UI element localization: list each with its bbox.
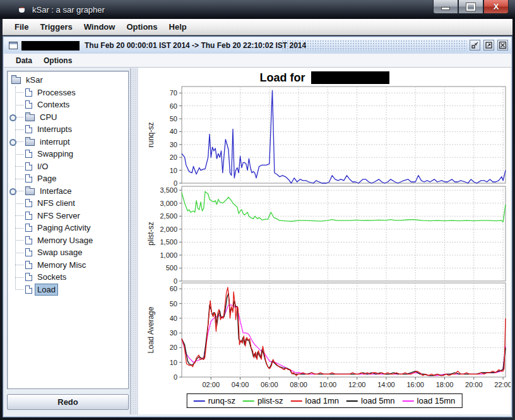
tree-item-memory-usage[interactable]: Memory Usage <box>8 234 128 247</box>
tree-item-label: NFS client <box>35 198 77 208</box>
tree-item-page[interactable]: Page <box>8 172 128 185</box>
file-icon <box>25 273 32 281</box>
legend-label: load 1mn <box>305 396 339 405</box>
frame-title: Thu Feb 20 00:00:01 IST 2014 -> Thu Feb … <box>85 41 306 50</box>
frame-maximize-icon <box>485 41 493 49</box>
folder-icon <box>11 77 21 84</box>
y-tick-label: 1,500 <box>160 238 177 246</box>
tree-item-interface[interactable]: Interface <box>8 185 128 198</box>
tree-item-swap-usage[interactable]: Swap usage <box>8 246 128 259</box>
frame-window-icon <box>9 42 18 49</box>
y-tick-label: 50 <box>170 300 177 308</box>
menu-item-file[interactable]: File <box>9 20 34 33</box>
frame-titlebar[interactable]: Thu Feb 20 00:00:01 IST 2014 -> Thu Feb … <box>4 37 511 54</box>
redacted-hostname <box>21 41 80 51</box>
legend-item-plist-sz: plist-sz <box>243 396 283 405</box>
frame-controls <box>470 40 508 51</box>
tree-item-paging-activity[interactable]: Paging Activity <box>8 222 128 234</box>
file-icon <box>25 261 32 269</box>
file-icon <box>25 88 32 97</box>
chart-legend: runq-szplist-szload 1mnload 5mnload 15mn <box>187 393 463 408</box>
window-titlebar[interactable]: kSar : a sar grapher X <box>0 0 515 19</box>
tree-item-cpu[interactable]: CPU <box>8 111 128 124</box>
expand-handle-icon[interactable] <box>9 139 16 146</box>
tree-item-processes[interactable]: Processes <box>8 87 128 99</box>
frame-menu-item-data[interactable]: Data <box>10 55 38 66</box>
tree-item-ksar[interactable]: kSar <box>8 74 128 87</box>
legend-item-runq-sz: runq-sz <box>194 396 235 405</box>
file-icon <box>25 199 32 207</box>
tree-item-nfs-client[interactable]: NFS client <box>8 197 128 210</box>
y-tick-label: 0 <box>174 373 177 381</box>
frame-close-button[interactable] <box>497 40 508 51</box>
tree-item-interrupt[interactable]: interrupt <box>8 136 128 148</box>
legend-item-load-1mn: load 1mn <box>291 396 339 405</box>
tree-item-label: Memory Misc <box>35 260 88 270</box>
file-icon <box>25 248 32 256</box>
tree-item-label: kSar <box>24 75 45 85</box>
frame-iconify-button[interactable] <box>470 40 480 51</box>
x-tick-label: 02:00 <box>203 381 220 388</box>
tree-item-label: Memory Usage <box>35 235 95 246</box>
tree-item-sockets[interactable]: Sockets <box>8 271 128 284</box>
tree-item-label: Swapping <box>35 148 75 159</box>
y-tick-label: 30 <box>170 141 177 148</box>
tree-item-label: Paging Activity <box>35 222 93 233</box>
tree-item-label: Sockets <box>35 272 68 282</box>
tree-item-load[interactable]: Load <box>8 284 128 296</box>
split-divider[interactable] <box>130 68 139 414</box>
titlebar-texture <box>281 40 467 51</box>
file-icon <box>25 100 32 109</box>
menu-bar: FileTriggersWindowOptionsHelp <box>3 19 512 35</box>
y-tick-label: 2,000 <box>160 225 177 233</box>
x-tick-label: 12:00 <box>348 381 366 388</box>
legend-label: plist-sz <box>258 396 283 405</box>
folder-icon <box>25 114 35 121</box>
frame-menu-item-options[interactable]: Options <box>38 55 78 66</box>
file-icon <box>25 224 32 232</box>
x-tick-label: 22:00 <box>494 381 511 388</box>
file-icon <box>25 285 32 294</box>
y-tick-label: 70 <box>170 89 177 97</box>
file-icon <box>25 125 32 133</box>
x-tick-label: 10:00 <box>319 381 337 388</box>
app-window: kSar : a sar grapher X FileTriggersWindo… <box>0 0 515 420</box>
menu-item-help[interactable]: Help <box>163 20 192 33</box>
tree-item-interrupts[interactable]: Interrupts <box>8 123 128 136</box>
y-tick-label: 40 <box>170 315 177 322</box>
tree-item-label: Interrupts <box>35 124 74 135</box>
folder-icon <box>25 188 35 195</box>
tree-item-label: Page <box>35 173 58 184</box>
tree-item-nfs-server[interactable]: NFS Server <box>8 210 128 222</box>
close-button[interactable]: X <box>483 0 509 14</box>
tree-item-label: NFS Server <box>35 210 82 221</box>
y-tick-label: 0 <box>174 277 177 285</box>
expand-handle-icon[interactable] <box>9 114 16 121</box>
maximize-icon <box>466 3 475 11</box>
redo-button[interactable]: Redo <box>7 394 129 410</box>
y-tick-label: 10 <box>170 359 177 366</box>
legend-swatch <box>291 400 302 402</box>
tree-item-swapping[interactable]: Swapping <box>8 148 128 160</box>
minimize-button[interactable] <box>433 0 458 14</box>
y-tick-label: 2,500 <box>160 212 177 220</box>
maximize-button[interactable] <box>458 0 483 14</box>
expand-handle-icon[interactable] <box>9 188 16 195</box>
sidebar-tree: kSarProcessesContextsCPUInterruptsinterr… <box>7 71 129 389</box>
x-tick-label: 08:00 <box>290 381 307 388</box>
file-icon <box>25 150 32 158</box>
y-tick-label: 50 <box>170 115 177 123</box>
tree-item-memory-misc[interactable]: Memory Misc <box>8 259 128 272</box>
plot-area-runq-sz <box>182 87 506 183</box>
y-tick-label: 3,000 <box>160 200 177 207</box>
frame-maximize-button[interactable] <box>483 40 494 51</box>
legend-label: runq-sz <box>208 396 235 405</box>
y-tick-label: 20 <box>170 153 177 161</box>
tree-item-label: CPU <box>38 112 59 123</box>
menu-item-options[interactable]: Options <box>121 20 163 33</box>
menu-item-window[interactable]: Window <box>78 20 121 33</box>
menu-item-triggers[interactable]: Triggers <box>34 20 78 33</box>
tree-item-contexts[interactable]: Contexts <box>8 99 128 111</box>
tree-item-i-o[interactable]: I/O <box>8 160 128 173</box>
file-icon <box>25 162 32 171</box>
